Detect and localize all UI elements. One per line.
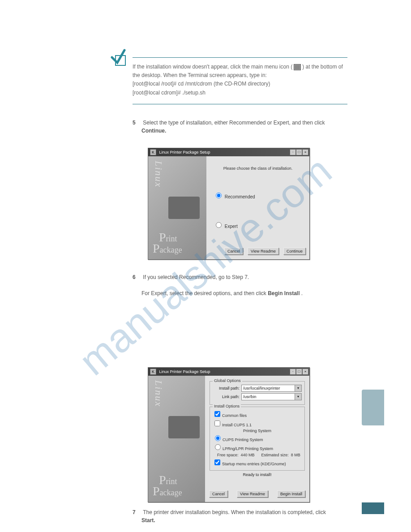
minimize-button[interactable]: · [290, 369, 296, 375]
checkmark-icon [109, 48, 127, 68]
est-size-value: 8 MB [291, 453, 300, 457]
free-space-value: 440 MB [241, 453, 255, 457]
install-dialog-2: K Linux Printer Package Setup · □ × Linu… [148, 367, 310, 502]
radio-expert[interactable] [216, 222, 222, 228]
cancel-button[interactable]: Cancel [209, 490, 228, 498]
printer-illustration [168, 197, 200, 219]
checkbox-label: Install CUPS 1.1 [222, 423, 252, 427]
step-text: For Expert, select the desired options, … [141, 290, 268, 296]
print-package-label: Print Package [159, 474, 182, 497]
view-readme-button[interactable]: View Readme [237, 490, 268, 498]
note-line3: [root@local cdrom]# ./setup.sh [133, 90, 206, 96]
step-text: The printer driver installation begins. … [143, 509, 326, 515]
continue-button[interactable]: Continue [283, 248, 306, 255]
radio-lpr[interactable] [215, 444, 221, 450]
titlebar: K Linux Printer Package Setup · □ × [148, 148, 309, 156]
ready-text: Ready to install! [209, 472, 306, 477]
side-graphic: Linux Print Package [148, 156, 206, 259]
step-text: . [301, 290, 303, 296]
maximize-button[interactable]: □ [296, 149, 302, 155]
step-text-bold: Start. [141, 517, 155, 523]
est-size-label: Estimated size: [261, 453, 289, 457]
step-7: 7 The printer driver installation begins… [133, 508, 347, 524]
install-path-label: Install path: [213, 386, 241, 390]
close-button[interactable]: × [302, 149, 308, 155]
subheading: Printing System [213, 429, 302, 433]
radio-recommended[interactable] [216, 193, 222, 198]
radio-label: Expert [225, 224, 238, 229]
page-side-tab [362, 390, 384, 425]
begin-install-button[interactable]: Begin Install [277, 490, 305, 498]
step-text-bold: Begin Install [268, 290, 300, 296]
print-package-label: Print Package [159, 232, 182, 254]
step-5: 5 Select the type of installation, eithe… [133, 119, 347, 135]
divider [133, 57, 347, 58]
window-title: Linux Printer Package Setup [159, 369, 210, 374]
checkbox-common-files[interactable] [214, 411, 220, 417]
menu-icon [294, 64, 301, 70]
dropdown-icon[interactable]: ▾ [295, 385, 301, 391]
radio-label: CUPS Printing System [223, 438, 263, 442]
group-title: Install Options [213, 404, 241, 408]
view-readme-button[interactable]: View Readme [248, 248, 279, 255]
divider [133, 104, 347, 104]
note-line1a: If the installation window doesn't appea… [133, 64, 292, 70]
checkbox-label: Common files [222, 413, 247, 418]
radio-label: Recommended [225, 194, 255, 199]
note-block: If the installation window doesn't appea… [133, 63, 347, 97]
app-icon: K [150, 149, 156, 155]
printer-illustration [168, 416, 200, 438]
install-dialog-1: K Linux Printer Package Setup · □ × Linu… [148, 148, 310, 260]
note-line2: [root@local /root]# cd /mnt/cdrom (the C… [133, 81, 270, 87]
close-button[interactable]: × [302, 369, 308, 375]
linux-label: Linux [153, 161, 164, 188]
step-number: 6 [133, 273, 141, 281]
side-graphic: Linux Print Package [148, 376, 205, 502]
step-text: If you selected Recommended, go to Step … [143, 274, 249, 280]
checkbox-startup-menu[interactable] [214, 459, 220, 465]
maximize-button[interactable]: □ [296, 369, 302, 375]
linux-label: Linux [153, 380, 164, 407]
step-number: 5 [133, 119, 141, 127]
minimize-button[interactable]: · [290, 149, 296, 155]
link-path-label: Link path: [213, 395, 241, 399]
titlebar: K Linux Printer Package Setup · □ × [148, 368, 309, 376]
checkbox-label: Startup menu entries (KDE/Gnome) [222, 462, 286, 466]
dropdown-icon[interactable]: ▾ [295, 394, 301, 400]
radio-cups[interactable] [215, 435, 221, 441]
app-icon: K [150, 369, 156, 375]
checkbox-install-cups[interactable] [214, 420, 220, 426]
free-space-label: Free space: [217, 453, 239, 457]
step-6: 6 If you selected Recommended, go to Ste… [133, 273, 347, 297]
page-corner [362, 502, 384, 514]
step-text-bold: Continue. [141, 128, 166, 134]
group-title: Global Options [213, 378, 242, 383]
window-title: Linux Printer Package Setup [159, 150, 210, 154]
install-path-input[interactable] [242, 385, 295, 391]
link-path-input[interactable] [242, 394, 295, 400]
cancel-button[interactable]: Cancel [224, 248, 243, 255]
instruction-text: Please choose the class of installation. [210, 166, 306, 171]
step-text: Select the type of installation, either … [143, 120, 325, 126]
step-number: 7 [133, 508, 141, 516]
radio-label: LPRng/LPR Printing System [223, 446, 273, 451]
